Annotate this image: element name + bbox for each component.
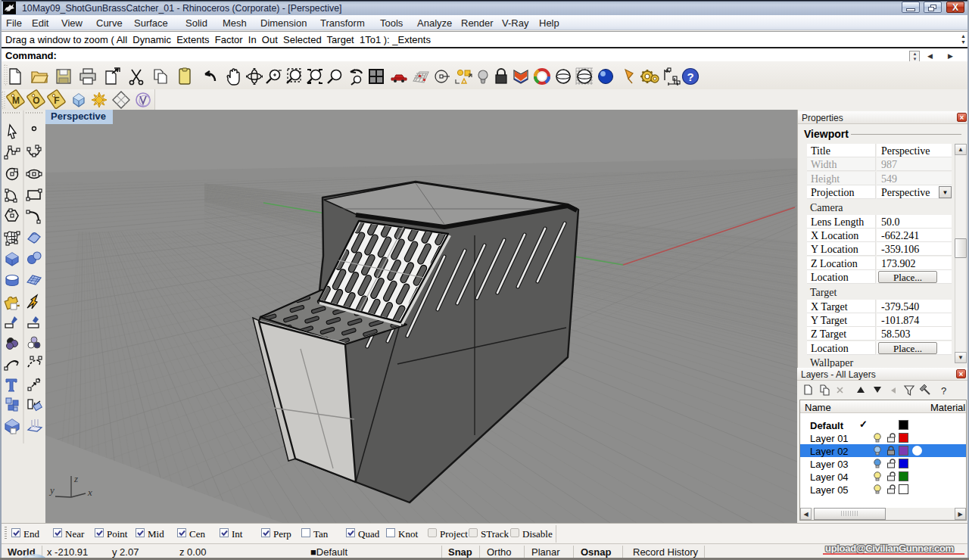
svg-text:M: M xyxy=(12,95,20,106)
svg-text:?: ? xyxy=(687,70,693,83)
svg-text:x: x xyxy=(87,487,92,498)
svg-text:O: O xyxy=(33,95,39,106)
svg-text:y: y xyxy=(48,484,55,496)
svg-text:?: ? xyxy=(941,385,946,397)
svg-text:z: z xyxy=(73,473,78,484)
svg-text:F: F xyxy=(54,95,59,106)
